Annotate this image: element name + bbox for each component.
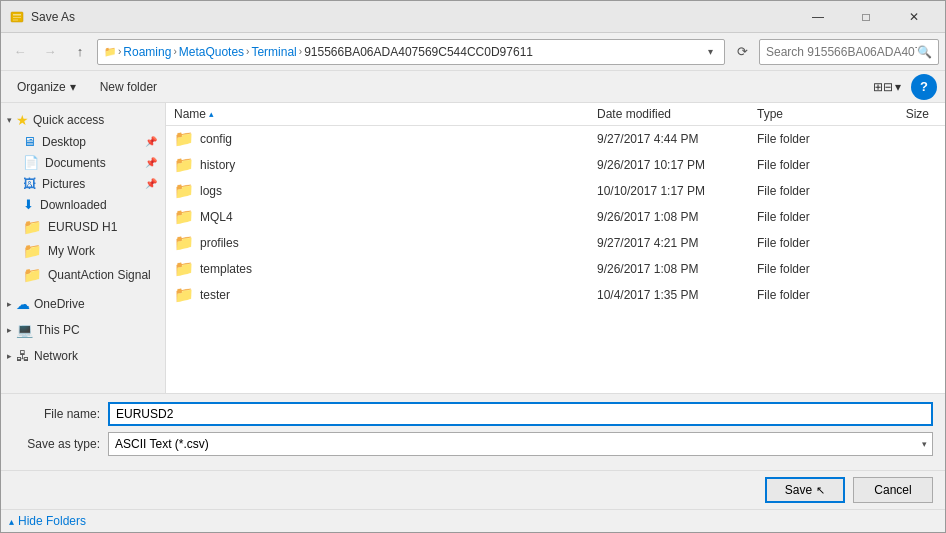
file-row[interactable]: 📁 MQL4 9/26/2017 1:08 PM File folder <box>166 204 945 230</box>
downloaded-icon: ⬇ <box>23 197 34 212</box>
col-type-label: Type <box>757 107 783 121</box>
quick-access-section: ▾ ★ Quick access 🖥 Desktop 📌 📄 Documents… <box>1 107 165 289</box>
search-box[interactable]: 🔍 <box>759 39 939 65</box>
file-row[interactable]: 📁 logs 10/10/2017 1:17 PM File folder <box>166 178 945 204</box>
svg-rect-2 <box>13 17 21 18</box>
column-name[interactable]: Name ▴ <box>174 107 597 121</box>
folder-icon: 📁 <box>174 181 194 200</box>
eurusd-folder-icon: 📁 <box>23 218 42 236</box>
file-row[interactable]: 📁 templates 9/26/2017 1:08 PM File folde… <box>166 256 945 282</box>
file-name: MQL4 <box>200 210 597 224</box>
svg-rect-3 <box>13 19 18 20</box>
quick-access-header[interactable]: ▾ ★ Quick access <box>1 109 165 131</box>
network-chevron: ▸ <box>7 351 12 361</box>
address-dropdown-button[interactable]: ▾ <box>702 42 718 62</box>
sidebar-item-pictures[interactable]: 🖼 Pictures 📌 <box>1 173 165 194</box>
sidebar-item-documents[interactable]: 📄 Documents 📌 <box>1 152 165 173</box>
buttons-row: Save ↖ Cancel <box>1 470 945 509</box>
bottom-area: File name: Save as type: ASCII Text (*.c… <box>1 393 945 470</box>
title-bar: Save As — □ ✕ <box>1 1 945 33</box>
folder-icon: 📁 <box>174 259 194 278</box>
file-row[interactable]: 📁 profiles 9/27/2017 4:21 PM File folder <box>166 230 945 256</box>
file-name: history <box>200 158 597 172</box>
filename-input[interactable] <box>108 402 933 426</box>
quick-access-label: Quick access <box>33 113 104 127</box>
column-type[interactable]: Type <box>757 107 857 121</box>
filename-label: File name: <box>13 407 108 421</box>
forward-button[interactable]: → <box>37 39 63 65</box>
view-button[interactable]: ⊞⊟ ▾ <box>867 75 907 99</box>
sidebar-item-eurusd[interactable]: 📁 EURUSD H1 <box>1 215 165 239</box>
breadcrumb: 📁 › Roaming › MetaQuotes › Terminal › 91… <box>104 45 702 59</box>
sidebar-item-downloaded[interactable]: ⬇ Downloaded <box>1 194 165 215</box>
quick-access-chevron: ▾ <box>7 115 12 125</box>
quick-access-star-icon: ★ <box>16 112 29 128</box>
sidebar-label-documents: Documents <box>45 156 106 170</box>
left-panel: ▾ ★ Quick access 🖥 Desktop 📌 📄 Documents… <box>1 103 166 393</box>
back-button[interactable]: ← <box>7 39 33 65</box>
sidebar-item-mywork[interactable]: 📁 My Work <box>1 239 165 263</box>
file-type: File folder <box>757 184 857 198</box>
up-button[interactable]: ↑ <box>67 39 93 65</box>
file-list-header: Name ▴ Date modified Type Size <box>166 103 945 126</box>
sidebar-label-mywork: My Work <box>48 244 95 258</box>
file-name: logs <box>200 184 597 198</box>
address-bar[interactable]: 📁 › Roaming › MetaQuotes › Terminal › 91… <box>97 39 725 65</box>
file-date: 9/27/2017 4:44 PM <box>597 132 757 146</box>
file-rows-container: 📁 config 9/27/2017 4:44 PM File folder 📁… <box>166 126 945 308</box>
save-button[interactable]: Save ↖ <box>765 477 845 503</box>
maximize-button[interactable]: □ <box>843 3 889 31</box>
file-type: File folder <box>757 132 857 146</box>
onedrive-item[interactable]: ▸ ☁ OneDrive <box>1 293 165 315</box>
file-name: templates <box>200 262 597 276</box>
file-row[interactable]: 📁 history 9/26/2017 10:17 PM File folder <box>166 152 945 178</box>
thispc-item[interactable]: ▸ 💻 This PC <box>1 319 165 341</box>
thispc-icon: 💻 <box>16 322 33 338</box>
cancel-button[interactable]: Cancel <box>853 477 933 503</box>
col-date-label: Date modified <box>597 107 671 121</box>
breadcrumb-terminal[interactable]: Terminal <box>251 45 296 59</box>
breadcrumb-roaming[interactable]: Roaming <box>123 45 171 59</box>
breadcrumb-metaquotes[interactable]: MetaQuotes <box>179 45 244 59</box>
file-row[interactable]: 📁 tester 10/4/2017 1:35 PM File folder <box>166 282 945 308</box>
file-name: tester <box>200 288 597 302</box>
window-controls: — □ ✕ <box>795 3 937 31</box>
hide-folders-row[interactable]: ▴ Hide Folders <box>1 509 945 532</box>
file-date: 10/10/2017 1:17 PM <box>597 184 757 198</box>
save-label: Save <box>785 483 812 497</box>
col-name-label: Name <box>174 107 206 121</box>
organize-button[interactable]: Organize ▾ <box>9 75 84 99</box>
file-type: File folder <box>757 262 857 276</box>
sidebar-label-pictures: Pictures <box>42 177 85 191</box>
file-date: 9/27/2017 4:21 PM <box>597 236 757 250</box>
cursor-icon: ↖ <box>816 484 825 497</box>
column-size[interactable]: Size <box>857 107 937 121</box>
network-item[interactable]: ▸ 🖧 Network <box>1 345 165 367</box>
quantaction-folder-icon: 📁 <box>23 266 42 284</box>
column-date[interactable]: Date modified <box>597 107 757 121</box>
file-name: profiles <box>200 236 597 250</box>
search-input[interactable] <box>766 45 917 59</box>
folder-icon: 📁 <box>174 155 194 174</box>
pin-icon-pics: 📌 <box>145 178 157 189</box>
folder-icon: 📁 <box>174 285 194 304</box>
network-icon: 🖧 <box>16 348 30 364</box>
sidebar-item-desktop[interactable]: 🖥 Desktop 📌 <box>1 131 165 152</box>
sidebar-item-quantaction[interactable]: 📁 QuantAction Signal <box>1 263 165 287</box>
onedrive-icon: ☁ <box>16 296 30 312</box>
pin-icon: 📌 <box>145 136 157 147</box>
close-button[interactable]: ✕ <box>891 3 937 31</box>
file-row[interactable]: 📁 config 9/27/2017 4:44 PM File folder <box>166 126 945 152</box>
mywork-folder-icon: 📁 <box>23 242 42 260</box>
savetype-select[interactable]: ASCII Text (*.csv) CSV (*.csv) Text (*.t… <box>108 432 933 456</box>
secondary-toolbar: Organize ▾ New folder ⊞⊟ ▾ ? <box>1 71 945 103</box>
refresh-button[interactable]: ⟳ <box>729 39 755 65</box>
minimize-button[interactable]: — <box>795 3 841 31</box>
new-folder-button[interactable]: New folder <box>92 75 165 99</box>
help-button[interactable]: ? <box>911 74 937 100</box>
main-content: ▾ ★ Quick access 🖥 Desktop 📌 📄 Documents… <box>1 103 945 393</box>
sidebar-label-desktop: Desktop <box>42 135 86 149</box>
file-date: 9/26/2017 10:17 PM <box>597 158 757 172</box>
thispc-chevron: ▸ <box>7 325 12 335</box>
file-type: File folder <box>757 288 857 302</box>
